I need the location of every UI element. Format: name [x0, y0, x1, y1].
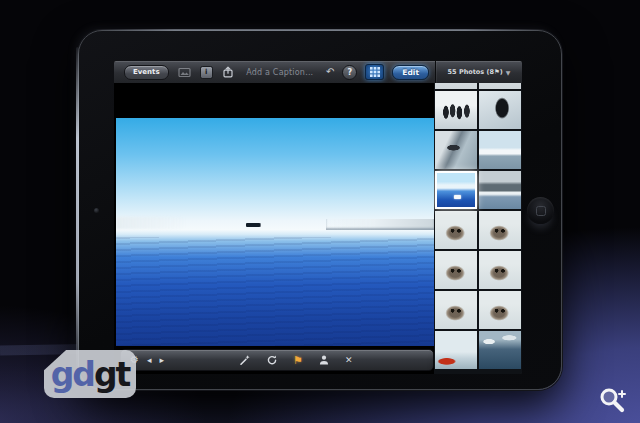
thumbnail-penguin-sliding[interactable] — [435, 131, 477, 169]
thumbnail-icy-water[interactable] — [479, 331, 521, 369]
chevron-down-icon: ▼ — [506, 69, 511, 76]
auto-enhance-wand-icon[interactable] — [239, 354, 251, 366]
thumbnail-penguins-group[interactable] — [435, 91, 477, 129]
info-button[interactable]: i — [200, 66, 213, 79]
zoom-in-cursor-icon — [598, 386, 628, 416]
front-camera-dot — [94, 208, 99, 213]
flag-icon[interactable]: ⚑ — [293, 355, 303, 366]
favorite-icon[interactable] — [318, 354, 330, 366]
gdgt-logo-left: gd — [51, 355, 94, 394]
events-button[interactable]: Events — [124, 65, 169, 80]
thumbnail-seal[interactable] — [435, 251, 477, 289]
help-button[interactable]: ? — [342, 65, 357, 80]
undo-icon[interactable]: ↶ — [326, 67, 334, 77]
ipad-screen: Events i Add a Caption... ↶ ? — [114, 61, 522, 374]
thumbnail-snow[interactable] — [479, 83, 521, 89]
keynote-photo-frame: Events i Add a Caption... ↶ ? — [0, 0, 640, 423]
toolbar-right-group: ↶ ? Edit — [326, 64, 435, 80]
thumbnail-ocean-selected[interactable] — [435, 171, 477, 209]
horizon-ice-left — [116, 217, 186, 228]
caption-input[interactable]: Add a Caption... — [234, 68, 326, 77]
photo-viewer-area: ⚙ ◂ ▸ ⚑ — [114, 83, 434, 374]
gdgt-logo-right: gt — [94, 355, 129, 394]
thumbnail-sidebar — [434, 83, 522, 374]
thumbnail-grid-toggle-button[interactable] — [365, 64, 384, 80]
bottom-center-cluster: ⚑ ✕ — [239, 350, 352, 370]
thumbnail-seal[interactable] — [479, 251, 521, 289]
thumbnail-snow[interactable] — [435, 83, 477, 89]
home-button[interactable] — [527, 197, 554, 224]
thumbnail-red-ship[interactable] — [435, 331, 477, 369]
photos-toggle-icon[interactable] — [178, 67, 191, 78]
hide-icon[interactable]: ✕ — [345, 356, 353, 365]
photos-count-label: 55 Photos (8⚑) — [448, 68, 503, 76]
thumbnail-grid — [435, 83, 521, 369]
grid-icon — [370, 67, 380, 77]
thumbnail-sea-ice[interactable] — [479, 131, 521, 169]
thumbnail-seal[interactable] — [479, 291, 521, 329]
next-photo-icon[interactable]: ▸ — [160, 356, 165, 365]
toolbar-left-group: Events i — [114, 65, 234, 80]
home-button-glyph — [536, 206, 546, 216]
thumbnail-seal[interactable] — [435, 211, 477, 249]
photos-count-dropdown[interactable]: 55 Photos (8⚑) ▼ — [436, 68, 522, 76]
edit-button[interactable]: Edit — [392, 65, 429, 80]
thumbnail-seal[interactable] — [435, 291, 477, 329]
thumbnail-penguin-closeup[interactable] — [479, 91, 521, 129]
top-toolbar: Events i Add a Caption... ↶ ? — [114, 61, 522, 84]
thumbnail-seal[interactable] — [479, 211, 521, 249]
share-icon[interactable] — [222, 66, 234, 78]
horizon-boat — [246, 223, 260, 227]
rotate-icon[interactable] — [266, 354, 278, 366]
thumbnail-rocky-shore[interactable] — [479, 171, 521, 209]
bottom-toolbar: ⚙ ◂ ▸ ⚑ — [120, 349, 434, 371]
ipad-device: Events i Add a Caption... ↶ ? — [78, 30, 562, 390]
horizon-ice-right — [326, 219, 434, 229]
previous-photo-icon[interactable]: ◂ — [147, 356, 152, 365]
water-ripples — [116, 237, 434, 346]
ocean-photo[interactable] — [116, 118, 434, 346]
